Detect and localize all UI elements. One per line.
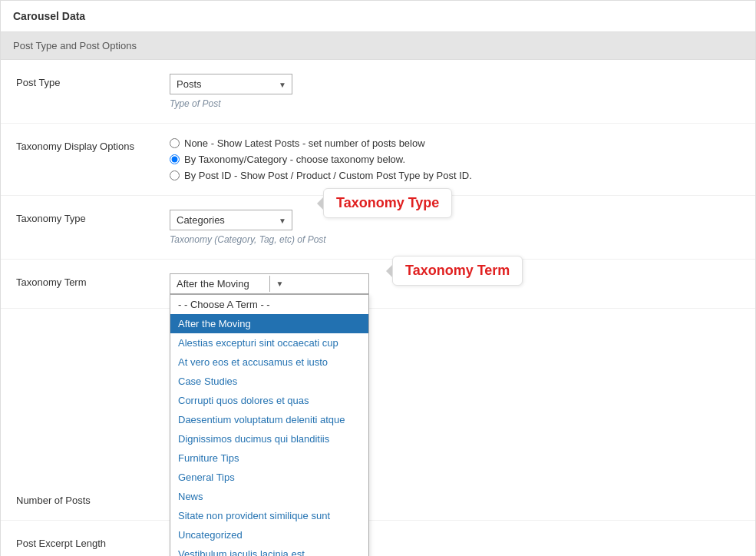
taxonomy-term-row: Taxonomy Term After the Moving ▼ - - Cho… [1,260,755,309]
taxonomy-term-dropdown: - - Choose A Term - - After the Moving A… [170,294,369,556]
section-title: Post Type and Post Options [1,32,755,60]
taxonomy-display-label: Taxonomy Display Options [16,137,170,152]
taxonomy-term-select-display[interactable]: After the Moving ▼ [170,273,369,294]
dropdown-item-after-moving[interactable]: After the Moving [170,314,368,333]
taxonomy-display-control: None - Show Latest Posts - set number of… [170,137,740,181]
post-type-control: Posts Pages Type of Post [170,74,740,109]
dropdown-item-general-tips[interactable]: General Tips [170,468,368,487]
number-of-posts-label: Number of Posts [16,491,170,506]
main-panel: Carousel Data Post Type and Post Options… [0,0,756,556]
post-excerpt-label: Post Excerpt Length [16,534,170,549]
taxonomy-term-dropdown-arrow: ▼ [269,276,369,292]
post-type-hint: Type of Post [170,98,740,109]
dropdown-item-dignissimos[interactable]: Dignissimos ducimus qui blanditiis [170,429,368,448]
dropdown-item-placeholder[interactable]: - - Choose A Term - - [170,295,368,314]
taxonomy-type-hint: Taxonomy (Category, Tag, etc) of Post [170,234,740,245]
taxonomy-display-row: Taxonomy Display Options None - Show Lat… [1,124,755,196]
taxonomy-type-row: Taxonomy Type Categories Tags Taxonomy (… [1,196,755,260]
taxonomy-display-radio-1[interactable] [170,138,180,148]
taxonomy-type-label: Taxonomy Type [16,210,170,224]
taxonomy-display-option-1[interactable]: None - Show Latest Posts - set number of… [170,137,740,149]
taxonomy-type-callout: Taxonomy Type [323,188,452,218]
number-of-posts-row: Number of Posts ive 1) shows all posts. [1,478,755,521]
dropdown-item-news[interactable]: News [170,487,368,506]
post-excerpt-row: Post Excerpt Length [1,521,755,556]
taxonomy-type-select-wrapper: Categories Tags [170,210,292,230]
dropdown-item-vestibulum[interactable]: Vestibulum iaculis lacinia est [170,544,368,556]
dropdown-item-uncategorized[interactable]: Uncategorized [170,525,368,544]
taxonomy-term-callout-label: Taxonomy Term [405,263,510,278]
taxonomy-display-radio-2[interactable] [170,154,180,164]
taxonomy-type-select[interactable]: Categories Tags [170,210,292,230]
taxonomy-display-option-2-label: By Taxonomy/Category - choose taxonomy b… [184,154,405,165]
dropdown-item-corrupti[interactable]: Corrupti quos dolores et quas [170,391,368,410]
dropdown-item-daesentium[interactable]: Daesentium voluptatum deleniti atque [170,410,368,429]
panel-title: Carousel Data [1,1,755,32]
dropdown-item-sitate[interactable]: Sitate non provident similique sunt [170,506,368,525]
post-type-select[interactable]: Posts Pages [170,74,292,94]
taxonomy-display-option-3[interactable]: By Post ID - Show Post / Product / Custo… [170,170,740,181]
post-type-row: Post Type Posts Pages Type of Post [1,60,755,124]
post-type-label: Post Type [16,74,170,88]
taxonomy-display-radio-group: None - Show Latest Posts - set number of… [170,137,740,181]
post-type-select-wrapper: Posts Pages [170,74,292,94]
taxonomy-display-radio-3[interactable] [170,170,180,180]
taxonomy-term-callout: Taxonomy Term [392,256,523,286]
taxonomy-term-selected-value: After the Moving [170,274,269,293]
dropdown-item-alestias[interactable]: Alestias excepturi sint occaecati cup [170,333,368,352]
taxonomy-term-label: Taxonomy Term [16,273,170,288]
dropdown-item-case-studies[interactable]: Case Studies [170,372,368,391]
taxonomy-display-option-1-label: None - Show Latest Posts - set number of… [184,137,425,149]
taxonomy-display-option-3-label: By Post ID - Show Post / Product / Custo… [184,170,472,181]
taxonomy-type-control: Categories Tags Taxonomy (Category, Tag,… [170,210,740,245]
taxonomy-display-option-2[interactable]: By Taxonomy/Category - choose taxonomy b… [170,154,740,165]
dropdown-item-furniture-tips[interactable]: Furniture Tips [170,448,368,468]
taxonomy-type-callout-label: Taxonomy Type [336,195,439,210]
dropdown-item-at-vero[interactable]: At vero eos et accusamus et iusto [170,352,368,372]
